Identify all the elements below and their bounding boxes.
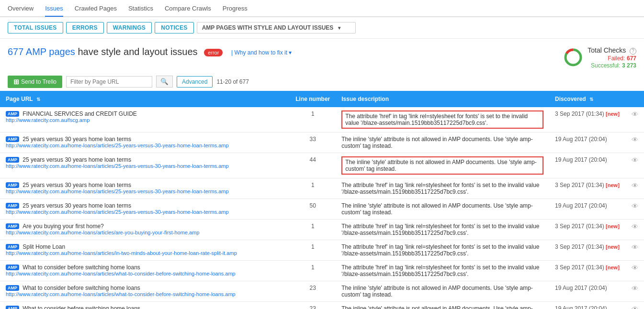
discovered-date: 3 Sep 2017 (01:34) xyxy=(555,110,604,117)
cell-action: 👁 xyxy=(626,260,644,281)
table-row: AMP 25 years versus 30 years home loan t… xyxy=(0,153,644,178)
nav-crawled-pages[interactable]: Crawled Pages xyxy=(75,1,117,16)
table-row: AMP 25 years versus 30 years home loan t… xyxy=(0,132,644,153)
cell-issue-description: The attribute 'href' in tag 'link rel=st… xyxy=(336,240,549,260)
hide-icon[interactable]: 👁 xyxy=(632,223,638,231)
cell-issue-description: The inline 'style' attribute is not allo… xyxy=(336,132,549,153)
amp-icon: AMP xyxy=(6,306,19,309)
cell-page-url: AMP What to consider before switching ho… xyxy=(0,260,290,281)
discovered-date: 19 Aug 2017 (20:04) xyxy=(555,136,607,143)
discovered-date: 3 Sep 2017 (01:34) xyxy=(555,243,604,250)
cell-discovered: 19 Aug 2017 (20:04) xyxy=(549,281,626,301)
warnings-button[interactable]: WARNINGS xyxy=(107,22,152,33)
cell-line-number: 23 xyxy=(290,281,336,301)
cell-line-number: 1 xyxy=(290,260,336,281)
col-page-url[interactable]: Page URL ⇅ xyxy=(0,91,290,107)
cell-line-number: 50 xyxy=(290,199,336,219)
cell-discovered: 19 Aug 2017 (20:04) xyxy=(549,153,626,178)
nav-progress[interactable]: Progress xyxy=(223,1,248,16)
issue-type-dropdown[interactable]: AMP PAGES WITH STYLE AND LAYOUT ISSUES ▼ xyxy=(197,22,356,33)
notices-button[interactable]: NOTICES xyxy=(155,22,193,33)
issue-text: The inline 'style' attribute is not allo… xyxy=(341,136,533,149)
new-badge: [new] xyxy=(606,182,620,188)
nav-issues[interactable]: Issues xyxy=(45,1,63,17)
page-url-link[interactable]: http://www.ratecity.com.au/home-loans/ar… xyxy=(6,143,284,148)
donut-chart xyxy=(563,47,584,68)
issue-text: The inline 'style' attribute is not allo… xyxy=(341,305,533,309)
page-url-link[interactable]: http://www.ratecity.com.au/home-loans/ar… xyxy=(6,230,284,235)
cell-issue-description: The attribute 'href' in tag 'link rel=st… xyxy=(336,219,549,240)
page-url-link[interactable]: http://www.ratecity.com.au/home-loans/ar… xyxy=(6,163,284,169)
hide-icon[interactable]: 👁 xyxy=(632,305,638,309)
new-badge: [new] xyxy=(606,223,620,229)
issue-text: The inline 'style' attribute is not allo… xyxy=(341,285,533,298)
page-url-link[interactable]: http://www.ratecity.com.au/fscg.amp xyxy=(6,117,284,123)
issue-text: The attribute 'href' in tag 'link rel=st… xyxy=(341,243,539,257)
cell-issue-description: The inline 'style' attribute is not allo… xyxy=(336,153,549,178)
page-url-link[interactable]: http://www.ratecity.com.au/home-loans/ar… xyxy=(6,209,284,215)
nav-compare-crawls[interactable]: Compare Crawls xyxy=(165,1,211,16)
cell-page-url: AMP 25 years versus 30 years home loan t… xyxy=(0,199,290,219)
errors-button[interactable]: ERRORS xyxy=(66,22,104,33)
info-icon[interactable]: ? xyxy=(630,48,636,55)
cell-line-number: 1 xyxy=(290,107,336,132)
col-line-number: Line number xyxy=(290,91,336,107)
page-url-link[interactable]: http://www.ratecity.com.au/home-loans/ar… xyxy=(6,188,284,194)
cell-issue-description: The attribute 'href' in tag 'link rel=st… xyxy=(336,107,549,132)
cell-line-number: 33 xyxy=(290,132,336,153)
page-url-filter-input[interactable] xyxy=(66,76,152,88)
discovered-date: 19 Aug 2017 (20:04) xyxy=(555,156,607,163)
cell-action: 👁 xyxy=(626,199,644,219)
heading-left: 677 AMP pages have style and layout issu… xyxy=(8,46,292,57)
cell-page-url: AMP Are you buying your first home? http… xyxy=(0,219,290,240)
advanced-button[interactable]: Advanced xyxy=(177,76,213,88)
page-title-text: Split Home Loan xyxy=(23,243,65,250)
cell-discovered: 19 Aug 2017 (20:04) xyxy=(549,199,626,219)
hide-icon[interactable]: 👁 xyxy=(632,110,638,118)
amp-icon: AMP xyxy=(6,244,19,250)
nav-overview[interactable]: Overview xyxy=(8,1,34,16)
checks-text: Total Checks ? Failed: 677 Successful: 3… xyxy=(588,46,636,69)
hide-icon[interactable]: 👁 xyxy=(632,264,638,272)
hide-icon[interactable]: 👁 xyxy=(632,156,638,164)
total-issues-button[interactable]: TOTAL ISSUES xyxy=(8,22,63,33)
new-badge: [new] xyxy=(606,111,620,117)
dropdown-arrow-icon: ▼ xyxy=(337,25,342,31)
discovered-date: 19 Aug 2017 (20:04) xyxy=(555,305,607,309)
page-title-text: 25 years versus 30 years home loan terms xyxy=(23,156,131,163)
send-to-trello-button[interactable]: ⊞ Send to Trello xyxy=(8,76,62,88)
cell-line-number: 23 xyxy=(290,301,336,309)
cell-action: 👁 xyxy=(626,281,644,301)
why-fix-link[interactable]: | Why and how to fix it ▾ xyxy=(231,49,292,56)
page-title-text: Are you buying your first home? xyxy=(23,223,103,230)
amp-icon: AMP xyxy=(6,265,19,270)
discovered-date: 19 Aug 2017 (20:04) xyxy=(555,285,607,291)
cell-page-url: AMP What to consider before switching ho… xyxy=(0,281,290,301)
table-row: AMP What to consider before switching ho… xyxy=(0,260,644,281)
issue-count-label: 677 AMP pages xyxy=(8,46,78,57)
cell-page-url: AMP What to consider before switching ho… xyxy=(0,301,290,309)
page-title-text: What to consider before switching home l… xyxy=(23,264,140,271)
hide-icon[interactable]: 👁 xyxy=(632,243,638,251)
page-url-link[interactable]: http://www.ratecity.com.au/home-loans/ar… xyxy=(6,291,284,297)
cell-page-url: AMP 25 years versus 30 years home loan t… xyxy=(0,178,290,199)
hide-icon[interactable]: 👁 xyxy=(632,202,638,210)
search-icon: 🔍 xyxy=(160,78,169,85)
issue-text: The attribute 'href' in tag 'link rel=st… xyxy=(341,223,539,236)
table-header-row: Page URL ⇅ Line number Issue description… xyxy=(0,91,644,107)
cell-page-url: AMP 25 years versus 30 years home loan t… xyxy=(0,132,290,153)
hide-icon[interactable]: 👁 xyxy=(632,182,638,189)
total-checks-panel: Total Checks ? Failed: 677 Successful: 3… xyxy=(563,46,636,69)
cell-issue-description: The inline 'style' attribute is not allo… xyxy=(336,199,549,219)
sort-icon: ⇅ xyxy=(36,97,40,102)
table-row: AMP What to consider before switching ho… xyxy=(0,281,644,301)
page-url-link[interactable]: http://www.ratecity.com.au/home-loans/ar… xyxy=(6,250,284,256)
hide-icon[interactable]: 👁 xyxy=(632,285,638,292)
hide-icon[interactable]: 👁 xyxy=(632,136,638,143)
search-button[interactable]: 🔍 xyxy=(156,76,173,88)
cell-discovered: 19 Aug 2017 (20:04) xyxy=(549,132,626,153)
nav-statistics[interactable]: Statistics xyxy=(128,1,153,16)
page-url-link[interactable]: http://www.ratecity.com.au/home-loans/ar… xyxy=(6,271,284,276)
col-discovered[interactable]: Discovered ⇅ xyxy=(549,91,626,107)
issue-text: The attribute 'href' in tag 'link rel=st… xyxy=(341,182,539,195)
